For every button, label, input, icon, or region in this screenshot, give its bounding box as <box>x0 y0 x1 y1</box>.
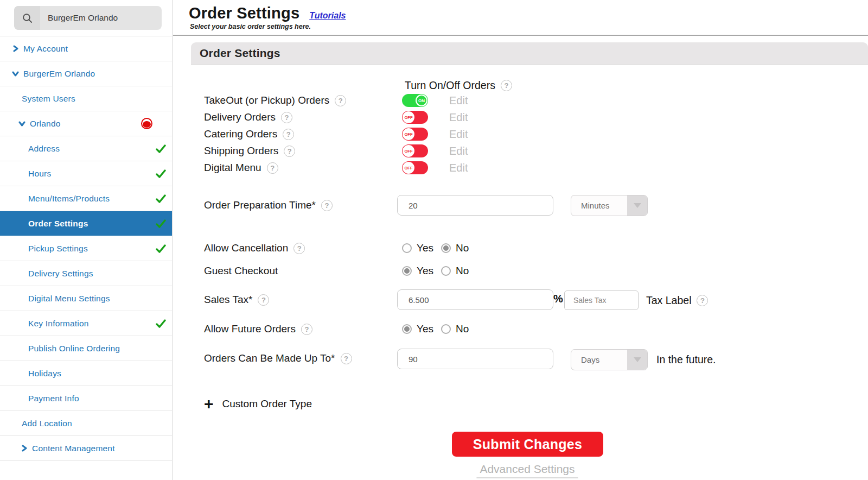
chevron-down-icon <box>627 195 647 216</box>
toggle-row-catering: Catering Orders ? OFF Edit <box>191 128 868 141</box>
radio-no[interactable] <box>441 324 451 334</box>
catering-edit-link[interactable]: Edit <box>449 128 468 141</box>
sidebar-item-burgerem-orlando[interactable]: BurgerEm Orlando <box>0 61 172 86</box>
allow-cancellation-row: Allow Cancellation ? Yes No <box>191 241 868 255</box>
allow-future-orders-radios: Yes No <box>402 322 476 336</box>
help-icon[interactable]: ? <box>335 95 346 106</box>
sidebar-search <box>0 0 172 36</box>
allow-cancellation-radios: Yes No <box>402 241 476 255</box>
help-icon[interactable]: ? <box>697 295 708 306</box>
sidebar-item-orlando[interactable]: Orlando <box>0 111 172 136</box>
sidebar-item-delivery-settings[interactable]: Delivery Settings <box>0 261 172 286</box>
chevron-right-icon <box>12 45 19 52</box>
orders-up-to-input[interactable] <box>397 349 553 369</box>
custom-order-type-label: Custom Order Type <box>222 398 312 410</box>
plus-icon: + <box>204 396 214 412</box>
toggle-row-delivery: Delivery Orders ? OFF Edit <box>191 111 868 124</box>
radio-yes[interactable] <box>402 324 412 334</box>
help-icon[interactable]: ? <box>301 324 312 335</box>
sidebar-item-payment-info[interactable]: Payment Info <box>0 386 172 411</box>
sidebar-item-my-account[interactable]: My Account <box>0 36 172 61</box>
digital-menu-toggle[interactable]: OFF <box>402 161 428 174</box>
help-icon[interactable]: ? <box>283 129 294 140</box>
toggle-knob: OFF <box>403 111 414 123</box>
help-icon[interactable]: ? <box>281 112 292 123</box>
sidebar-item-label: Delivery Settings <box>28 269 93 279</box>
search-input[interactable] <box>40 6 162 30</box>
sidebar-item-holidays[interactable]: Holidays <box>0 361 172 386</box>
order-prep-label: Order Preparation Time* ? <box>204 198 333 213</box>
page-header: Order Settings Tutorials Select your bas… <box>173 0 868 36</box>
sidebar: My Account BurgerEm Orlando System Users… <box>0 0 173 480</box>
search-icon[interactable] <box>14 6 40 30</box>
help-icon[interactable]: ? <box>341 353 352 364</box>
sales-tax-input[interactable] <box>397 289 553 310</box>
sidebar-nav: My Account BurgerEm Orlando System Users… <box>0 36 172 461</box>
digital-menu-edit-link[interactable]: Edit <box>449 161 468 174</box>
help-icon[interactable]: ? <box>284 146 295 157</box>
sidebar-item-label: Digital Menu Settings <box>28 294 110 304</box>
toggle-knob: OFF <box>403 162 414 174</box>
toggle-row-label: Delivery Orders ? <box>204 111 292 124</box>
sidebar-item-label: Key Information <box>28 319 89 329</box>
help-icon[interactable]: ? <box>501 80 512 91</box>
shipping-edit-link[interactable]: Edit <box>449 144 468 157</box>
orders-up-to-label-text: Orders Can Be Made Up To* <box>204 352 335 364</box>
delivery-orders-label: Delivery Orders <box>204 111 276 123</box>
allow-future-orders-label: Allow Future Orders ? <box>204 322 312 336</box>
tutorials-link[interactable]: Tutorials <box>309 11 346 21</box>
sidebar-item-label: Menu/Items/Products <box>28 194 110 204</box>
add-custom-order-type-button[interactable]: + Custom Order Type <box>204 396 312 412</box>
sidebar-item-system-users[interactable]: System Users <box>0 86 172 111</box>
sidebar-item-digital-menu-settings[interactable]: Digital Menu Settings <box>0 286 172 311</box>
toggles-header-label: Turn On/Off Orders <box>405 79 495 92</box>
tax-label-input[interactable] <box>564 290 639 310</box>
sidebar-item-pickup-settings[interactable]: Pickup Settings <box>0 236 172 261</box>
checkmark-icon <box>156 244 166 253</box>
catering-orders-toggle[interactable]: OFF <box>402 128 428 141</box>
order-prep-input[interactable] <box>397 195 553 216</box>
main-content: Order Settings Tutorials Select your bas… <box>173 0 868 480</box>
orders-up-to-unit-select[interactable]: Days <box>571 349 648 370</box>
toggle-knob: OFF <box>403 145 414 157</box>
sidebar-item-address[interactable]: Address <box>0 136 172 161</box>
delivery-edit-link[interactable]: Edit <box>449 111 468 124</box>
chevron-down-icon <box>12 70 19 77</box>
sidebar-item-label: Add Location <box>22 419 72 428</box>
sidebar-item-add-location[interactable]: Add Location <box>0 411 172 436</box>
toggle-row-label: Catering Orders ? <box>204 128 294 141</box>
shipping-orders-toggle[interactable]: OFF <box>402 144 428 157</box>
help-icon[interactable]: ? <box>267 162 278 174</box>
radio-yes[interactable] <box>402 243 412 253</box>
tax-label-text: Tax Label <box>646 294 691 307</box>
radio-yes-label: Yes <box>417 265 433 277</box>
help-icon[interactable]: ? <box>258 294 269 306</box>
delivery-orders-toggle[interactable]: OFF <box>402 111 428 124</box>
sidebar-item-publish-online-ordering[interactable]: Publish Online Ordering <box>0 336 172 361</box>
toggle-knob: ON <box>416 94 427 106</box>
sidebar-item-key-information[interactable]: Key Information <box>0 311 172 336</box>
submit-changes-button[interactable]: Submit Changes <box>452 432 603 457</box>
help-icon[interactable]: ? <box>293 243 305 254</box>
order-settings-panel: Order Settings Turn On/Off Orders ? Take… <box>191 42 868 480</box>
panel-body: Turn On/Off Orders ? TakeOut (or Pickup)… <box>191 65 868 480</box>
advanced-settings-link[interactable]: Advanced Settings <box>476 463 578 478</box>
sidebar-item-content-management[interactable]: Content Management <box>0 436 172 461</box>
order-prep-unit-select[interactable]: Minutes <box>571 195 648 216</box>
help-icon[interactable]: ? <box>321 200 333 211</box>
sidebar-item-hours[interactable]: Hours <box>0 161 172 186</box>
takeout-edit-link[interactable]: Edit <box>449 94 468 107</box>
guest-checkout-row: Guest Checkout Yes No <box>191 264 868 278</box>
sidebar-item-order-settings[interactable]: Order Settings <box>0 211 172 236</box>
radio-no[interactable] <box>441 266 451 276</box>
radio-no[interactable] <box>441 243 451 253</box>
takeout-orders-toggle[interactable]: ON <box>402 94 428 107</box>
catering-orders-label: Catering Orders <box>204 128 277 140</box>
sales-tax-label-text: Sales Tax* <box>204 294 252 306</box>
sidebar-item-menu-items-products[interactable]: Menu/Items/Products <box>0 186 172 211</box>
radio-yes[interactable] <box>402 266 412 276</box>
toggle-row-label: Shipping Orders ? <box>204 144 295 157</box>
chevron-down-icon <box>18 120 25 127</box>
sidebar-item-label: BurgerEm Orlando <box>23 69 95 79</box>
guest-checkout-label-text: Guest Checkout <box>204 265 278 277</box>
